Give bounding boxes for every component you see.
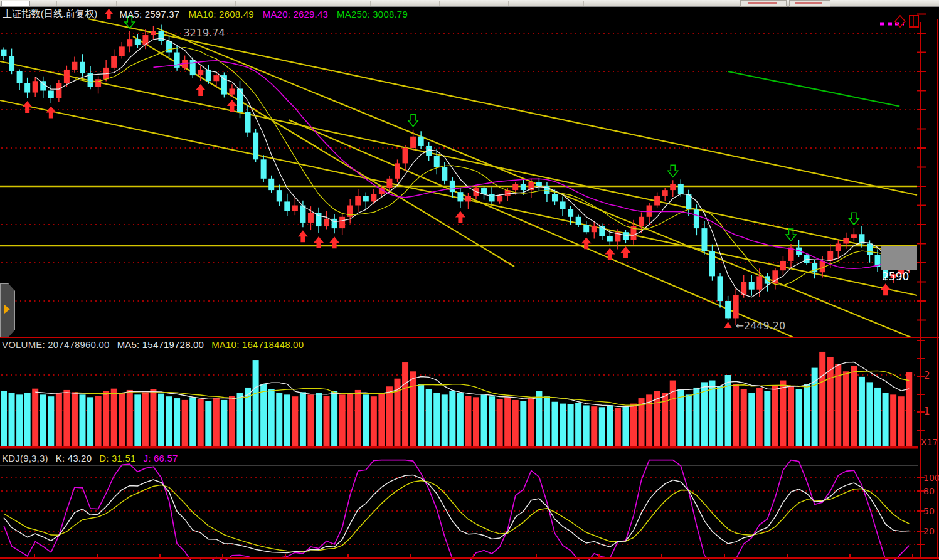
candle-body — [434, 156, 440, 167]
volume-bar — [253, 360, 259, 446]
candle-body — [339, 217, 345, 228]
kdj-j-line — [4, 460, 909, 560]
candle-body — [670, 184, 676, 190]
buy-arrow-icon — [605, 248, 615, 260]
candle-body — [300, 206, 305, 223]
candle-body — [119, 46, 125, 56]
volume-bar — [890, 394, 896, 446]
volume-axis-label: 1 — [924, 406, 930, 417]
volume-bar — [95, 396, 102, 446]
volume-bar — [615, 408, 621, 446]
volume-bar — [788, 386, 794, 446]
volume-bar — [410, 371, 416, 446]
volume-bar — [741, 389, 747, 446]
volume-bar — [449, 391, 455, 446]
volume-bar — [182, 400, 188, 446]
candle-body — [678, 184, 684, 194]
symbol-input[interactable] — [1, 1, 30, 7]
candle-body — [24, 83, 30, 92]
candle-body — [536, 182, 542, 186]
candle-body — [9, 56, 14, 71]
candle-body — [284, 201, 290, 211]
volume-bar — [622, 406, 629, 446]
volume-bar — [205, 401, 211, 446]
candle-body — [33, 81, 38, 92]
volume-bar — [316, 393, 322, 447]
volume-bar — [851, 366, 857, 446]
volume-bar — [465, 396, 471, 446]
candle-body — [639, 217, 644, 226]
menu-bar[interactable] — [0, 0, 939, 7]
kdj-axis-label: 50 — [923, 506, 935, 516]
volume-bar — [48, 396, 54, 446]
volume-bar — [819, 352, 825, 446]
candle-body — [450, 181, 455, 192]
candle-body — [261, 159, 267, 178]
candle-body — [654, 196, 660, 205]
volume-bar — [639, 398, 645, 446]
volume-axis-label: 2 — [924, 370, 930, 381]
volume-bar — [378, 393, 385, 447]
candle-body — [512, 184, 518, 190]
volume-bar — [363, 394, 369, 446]
volume-bar — [630, 404, 637, 446]
volume-bar — [599, 407, 605, 446]
volume-bar — [473, 397, 479, 446]
candle-body — [497, 196, 502, 201]
buy-arrow-icon — [620, 246, 630, 258]
volume-multiplier-label: X17 — [921, 437, 938, 447]
volume-bar — [198, 399, 204, 446]
candle-body — [80, 62, 85, 73]
volume-bar — [80, 394, 86, 446]
candle-body — [827, 251, 833, 261]
main-chart-canvas[interactable]: 3219.74←2449.202590 — [0, 7, 939, 337]
volume-bar — [56, 393, 62, 447]
price-tooltip-box — [881, 246, 917, 270]
candle-body — [851, 234, 857, 238]
candle-body — [292, 206, 298, 211]
candle-body — [607, 236, 613, 241]
candle-body — [560, 201, 566, 209]
kdj-k-line — [4, 475, 909, 552]
volume-bar — [189, 397, 196, 446]
volume-bar — [874, 388, 881, 446]
volume-bar — [347, 393, 353, 447]
volume-bar — [756, 388, 763, 446]
volume-bar — [103, 391, 109, 446]
volume-bar — [433, 393, 440, 447]
high-price-label: 3219.74 — [183, 27, 225, 39]
candle-body — [245, 112, 251, 133]
volume-bar — [426, 389, 432, 446]
volume-bar — [512, 400, 519, 446]
volume-bar — [119, 393, 125, 447]
candle-body — [237, 88, 243, 112]
volume-bar — [307, 394, 314, 446]
volume-bar — [883, 393, 889, 447]
volume-bar — [237, 393, 243, 447]
sidebar-expander[interactable] — [0, 283, 15, 337]
candle-body — [221, 75, 227, 95]
volume-bar — [898, 396, 905, 446]
candle-body — [308, 213, 314, 223]
volume-bar — [213, 398, 220, 446]
candle-body — [481, 188, 487, 194]
candle-body — [733, 295, 739, 319]
volume-bar — [693, 388, 699, 446]
volume-bar — [607, 405, 613, 446]
bottom-border — [0, 557, 939, 559]
buy-arrow-icon — [329, 236, 339, 248]
candle-body — [213, 75, 219, 81]
volume-bar — [489, 396, 495, 446]
candle-body — [324, 219, 329, 226]
candle-body — [151, 31, 156, 35]
candle-body — [780, 261, 786, 270]
volume-chart-canvas[interactable]: 21X17 — [0, 338, 939, 449]
kdj-chart-canvas[interactable]: 100805020 — [0, 449, 939, 560]
volume-bar — [575, 403, 581, 446]
candle-body — [843, 238, 849, 243]
candle-body — [418, 137, 424, 146]
candle-body — [355, 196, 361, 205]
low-price-label: ←2449.20 — [736, 320, 786, 332]
trend-channel-line — [0, 61, 917, 256]
candle-body — [836, 244, 841, 251]
